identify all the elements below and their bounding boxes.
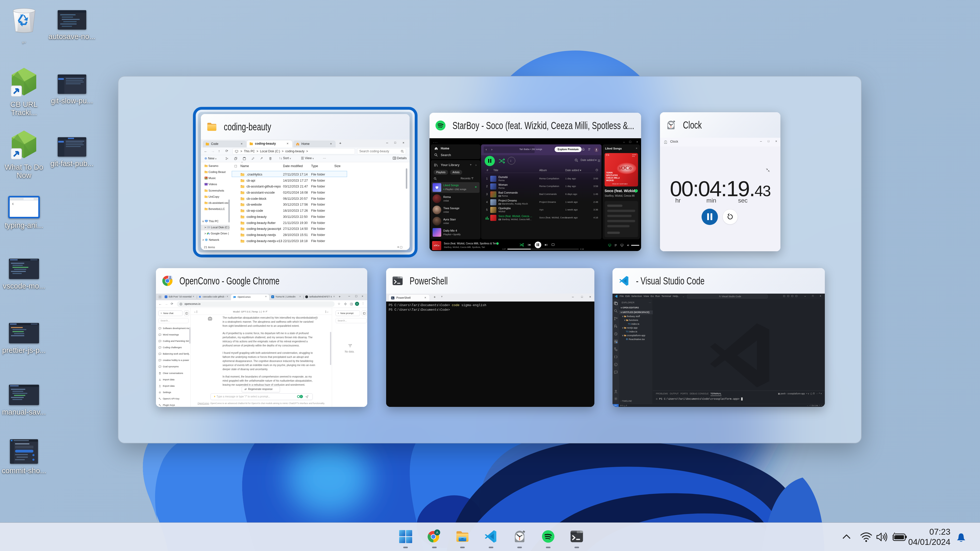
svg-text:A: A xyxy=(436,530,438,534)
svg-text:K: K xyxy=(615,364,616,365)
